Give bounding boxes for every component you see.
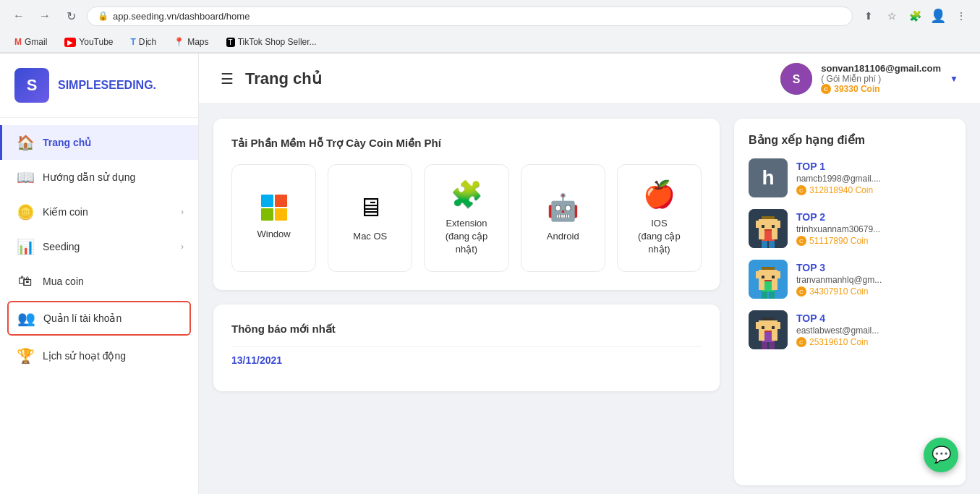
lb-info-1: TOP 1 namcb1998@gmail.... C 312818940 Co… [796,161,951,195]
bookmark-youtube-label: YouTube [79,37,113,47]
lb-coin-value-2: 51117890 Coin [809,236,868,246]
download-android-label: Android [547,230,579,243]
back-button[interactable]: ← [9,6,29,26]
download-android[interactable]: 🤖 Android [521,164,605,272]
share-button[interactable]: ⬆ [858,6,879,26]
profile-button[interactable]: 👤 [928,6,948,26]
bookmark-maps[interactable]: 📍 Maps [168,35,214,49]
download-macos[interactable]: 🖥 Mac OS [328,164,412,272]
logo-area: S SIMPLESEEDING. [0,54,198,118]
history-icon: 🏆 [17,347,34,365]
sidebar-label-kiemcoin: Kiếm coin [43,206,88,218]
nav-menu: 🏠 Trang chủ 📖 Hướng dẫn sử dụng 🪙 Kiếm c… [0,118,198,380]
sidebar-item-lichsu[interactable]: 🏆 Lịch sử hoạt động [0,338,198,373]
sidebar-item-trangchu[interactable]: 🏠 Trang chủ [0,125,198,160]
lb-info-4: TOP 4 eastlabwest@gmail... C 25319610 Co… [796,312,951,347]
bookmark-gmail[interactable]: M Gmail [9,35,53,49]
extensions-button[interactable]: 🧩 [905,6,925,26]
kiemcoin-arrow: › [181,207,184,217]
logo-box: S [14,68,49,103]
lb-info-3: TOP 3 tranvanmanhlq@gm... C 34307910 Coi… [796,262,951,297]
avatar: S [780,63,812,95]
leaderboard: Bảng xếp hạng điểm h TOP 1 namcb1998@gma… [734,119,966,485]
svg-rect-19 [775,271,780,278]
app-container: S SIMPLESEEDING. 🏠 Trang chủ 📖 Hướng dẫn… [0,54,980,494]
download-extension[interactable]: 🧩 Extension(đang cậpnhật) [424,164,508,272]
svg-rect-3 [762,216,775,219]
sidebar-item-quanlitaikhoan[interactable]: 👥 Quản lí tài khoản [7,301,191,336]
lb-avatar-4 [749,310,788,349]
chat-button[interactable]: 💬 [924,438,958,472]
notification-card: Thông báo mới nhất 13/11/2021 [213,305,720,391]
svg-rect-5 [756,221,762,228]
leaderboard-item-3: TOP 3 tranvanmanhlq@gm... C 34307910 Coi… [749,260,951,299]
tiktok-icon: T [226,38,235,47]
sidebar-item-muacoin[interactable]: 🛍 Mua coin [0,264,198,298]
download-title: Tải Phần Mềm Hỗ Trợ Cày Coin Miền Phí [231,137,702,150]
download-ios-label: IOS(đang cậpnhật) [638,217,681,257]
coin-icon-3: C [796,286,806,297]
sidebar-item-huongdan[interactable]: 📖 Hướng dẫn sử dụng [0,160,198,195]
bookmark-translate-label: Dịch [139,37,156,47]
menu-button[interactable]: ⋮ [951,6,971,26]
sidebar-label-muacoin: Mua coin [43,276,84,287]
svg-rect-13 [762,241,767,248]
lb-user-3: tranvanmanhlq@gm... [796,275,951,285]
bookmarks-bar: M Gmail ▶ YouTube T Dịch 📍 Maps T TikTok… [0,32,980,53]
lb-user-4: eastlabwest@gmail... [796,325,951,336]
address-bar[interactable]: 🔒 app.seeding.vn/dashboard/home [87,7,853,26]
page-title: Trang chủ [245,69,322,88]
svg-rect-39 [762,342,767,349]
bookmark-gmail-label: Gmail [25,37,47,47]
svg-rect-6 [775,221,780,228]
svg-rect-16 [762,267,775,270]
dropdown-arrow[interactable]: ▼ [950,74,958,84]
main-body: Tải Phần Mềm Hỗ Trợ Cày Coin Miền Phí Wi… [199,104,980,494]
lb-coin-value-3: 34307910 Coin [809,286,868,297]
sidebar-label-lichsu: Lịch sử hoạt động [43,350,126,362]
coin-icon-2: C [796,236,806,246]
sidebar-label-quanlitaikhoan: Quản lí tài khoản [43,312,122,324]
browser-actions: ⬆ ☆ 🧩 👤 ⋮ [858,6,971,26]
account-icon: 👥 [17,310,35,327]
bookmark-button[interactable]: ☆ [882,6,902,26]
lb-coin-2: C 51117890 Coin [796,236,951,246]
lb-coin-1: C 312818940 Coin [796,185,951,195]
header-right: S sonvan181106@gmail.com ( Gói Miễn phí … [780,63,958,95]
main-content: ☰ Trang chủ S sonvan181106@gmail.com ( G… [199,54,980,494]
lb-rank-2: TOP 2 [796,211,951,223]
ios-icon: 🍎 [643,179,676,210]
svg-rect-26 [762,291,767,299]
download-ios[interactable]: 🍎 IOS(đang cậpnhật) [617,164,702,272]
bookmark-translate[interactable]: T Dịch [125,35,163,49]
forward-button[interactable]: → [35,6,55,26]
header-left: ☰ Trang chủ [221,69,322,88]
sidebar-item-kiemcoin[interactable]: 🪙 Kiếm coin › [0,195,198,229]
address-text: app.seeding.vn/dashboard/home [113,11,250,22]
sidebar-label-huongdan: Hướng dẫn sử dụng [43,171,135,183]
hamburger-icon[interactable]: ☰ [221,70,234,88]
lb-avatar-2 [749,209,788,248]
svg-rect-29 [762,318,775,320]
sidebar: S SIMPLESEEDING. 🏠 Trang chủ 📖 Hướng dẫn… [0,54,199,494]
seeding-arrow: › [181,242,184,252]
svg-rect-31 [756,322,762,329]
sidebar-item-seeding[interactable]: 📊 Seeding › [0,229,198,264]
svg-rect-7 [762,225,764,228]
download-windows[interactable]: Window [231,164,316,272]
lb-user-1: namcb1998@gmail.... [796,174,951,184]
reload-button[interactable]: ↻ [61,6,81,26]
download-options: Window 🖥 Mac OS 🧩 Extension(đang cậpnhật… [231,164,702,272]
coin-icon-small: C [821,84,831,94]
chat-icon: 💬 [932,446,951,464]
bookmark-youtube[interactable]: ▶ YouTube [59,35,119,49]
leaderboard-item-4: TOP 4 eastlabwest@gmail... C 25319610 Co… [749,310,951,349]
gmail-icon: M [14,37,22,47]
lb-coin-value-1: 312818940 Coin [809,185,873,195]
user-info: sonvan181106@gmail.com ( Gói Miễn phí ) … [821,63,941,94]
svg-rect-20 [762,276,764,278]
notification-date: 13/11/2021 [231,346,702,373]
windows-icon [261,195,287,221]
android-icon: 🤖 [547,192,579,223]
bookmark-tiktok[interactable]: T TikTok Shop Seller... [221,35,323,49]
